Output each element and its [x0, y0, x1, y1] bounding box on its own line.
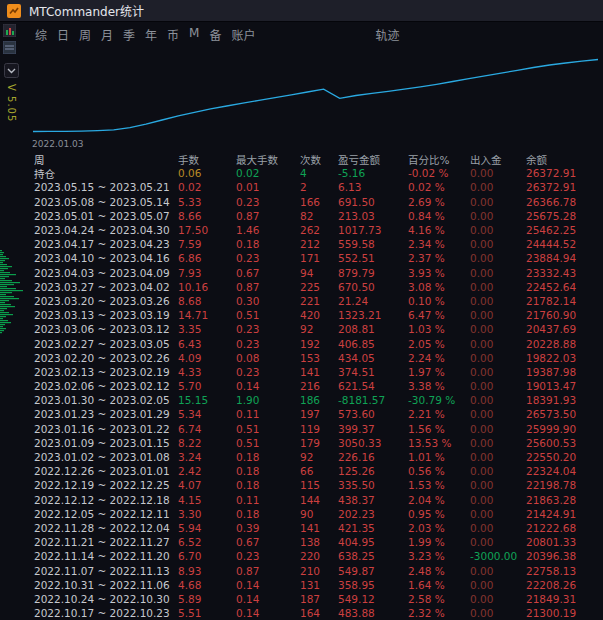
table-row[interactable]: 持仓0.060.024-5.16-0.02 %0.0026372.91: [34, 166, 603, 180]
table-row[interactable]: 2022.10.31 ~ 2022.11.064.680.14131358.95…: [34, 578, 603, 592]
table-row[interactable]: 2023.04.17 ~ 2023.04.237.590.18212559.58…: [34, 237, 603, 251]
table-row[interactable]: 2023.01.23 ~ 2023.01.295.340.11197573.60…: [34, 407, 603, 421]
cell-lots: 5.34: [178, 408, 236, 420]
cell-max-lots: 0.18: [236, 508, 300, 520]
cell-max-lots: 0.23: [236, 323, 300, 335]
table-row[interactable]: 2022.12.19 ~ 2022.12.254.070.18115335.50…: [34, 478, 603, 492]
table-row[interactable]: 2023.01.30 ~ 2023.02.0515.151.90186-8181…: [34, 393, 603, 407]
cell-period: 2022.11.14 ~ 2022.11.20: [34, 550, 178, 562]
cell-lots: 8.66: [178, 210, 236, 222]
table-row[interactable]: 2022.10.24 ~ 2022.10.305.890.14187549.12…: [34, 592, 603, 606]
menu-item-日[interactable]: 日: [52, 26, 74, 43]
table-row[interactable]: 2022.12.26 ~ 2023.01.012.420.1866125.260…: [34, 464, 603, 478]
table-row[interactable]: 2022.10.17 ~ 2022.10.235.510.14164483.88…: [34, 606, 603, 619]
cell-max-lots: 0.14: [236, 579, 300, 591]
table-row[interactable]: 2023.02.13 ~ 2023.02.194.330.23141374.51…: [34, 365, 603, 379]
cell-pnl: 3050.33: [338, 437, 408, 449]
column-header-lots[interactable]: 手数: [178, 152, 236, 167]
column-header-period[interactable]: 周: [34, 152, 178, 167]
cell-balance: 25675.28: [526, 210, 603, 222]
table-row[interactable]: 2023.04.03 ~ 2023.04.097.930.6794879.793…: [34, 266, 603, 280]
cell-count: 221: [300, 295, 338, 307]
menu-item-周[interactable]: 周: [74, 26, 96, 43]
cell-period: 2022.10.24 ~ 2022.10.30: [34, 593, 178, 605]
cell-pnl: 358.95: [338, 579, 408, 591]
table-row[interactable]: 2023.03.27 ~ 2023.04.0210.160.87225670.5…: [34, 280, 603, 294]
cell-lots: 0.06: [178, 167, 236, 179]
cell-period: 2023.01.30 ~ 2023.02.05: [34, 394, 178, 406]
cell-count: 216: [300, 380, 338, 392]
cell-lots: 0.02: [178, 181, 236, 193]
panel-grid-icon[interactable]: [3, 41, 16, 54]
cell-percent: 2.34 %: [408, 238, 470, 250]
mini-chart-icon[interactable]: [3, 24, 16, 37]
cell-balance: 23884.94: [526, 252, 603, 264]
menu-item-季[interactable]: 季: [118, 26, 140, 43]
volume-histogram: [0, 250, 26, 336]
table-row[interactable]: 2023.04.24 ~ 2023.04.3017.501.462621017.…: [34, 223, 603, 237]
cell-pnl: 406.85: [338, 338, 408, 350]
menu-item-综[interactable]: 综: [30, 26, 52, 43]
cell-max-lots: 0.23: [236, 338, 300, 350]
table-row[interactable]: 2023.03.06 ~ 2023.03.123.350.2392208.811…: [34, 322, 603, 336]
table-row[interactable]: 2023.02.20 ~ 2023.02.264.090.08153434.05…: [34, 351, 603, 365]
cell-cashflow: 0.00: [470, 579, 526, 591]
table-row[interactable]: 2023.02.27 ~ 2023.03.056.430.23192406.85…: [34, 336, 603, 350]
table-row[interactable]: 2023.01.02 ~ 2023.01.083.240.1892226.161…: [34, 450, 603, 464]
table-row[interactable]: 2023.03.13 ~ 2023.03.1914.710.514201323.…: [34, 308, 603, 322]
table-row[interactable]: 2023.01.16 ~ 2023.01.226.740.51119399.37…: [34, 422, 603, 436]
cell-max-lots: 0.23: [236, 550, 300, 562]
table-row[interactable]: 2022.12.12 ~ 2022.12.184.150.11144438.37…: [34, 493, 603, 507]
cell-lots: 5.33: [178, 196, 236, 208]
cell-count: 144: [300, 494, 338, 506]
table-row[interactable]: 2022.11.28 ~ 2022.12.045.940.39141421.35…: [34, 521, 603, 535]
table-row[interactable]: 2022.11.21 ~ 2022.11.276.520.67138404.95…: [34, 535, 603, 549]
menu-item-月[interactable]: 月: [96, 26, 118, 43]
cell-balance: 19387.98: [526, 366, 603, 378]
menu-item-备[interactable]: 备: [204, 26, 226, 43]
cell-balance: 24444.52: [526, 238, 603, 250]
column-header-count[interactable]: 次数: [300, 152, 338, 167]
cell-count: 166: [300, 196, 338, 208]
stats-table: 周 手数最大手数次数盈亏金额百分比%出入金余额 持仓0.060.024-5.16…: [28, 152, 603, 619]
table-row[interactable]: 2023.05.15 ~ 2023.05.210.020.0126.130.02…: [34, 180, 603, 194]
table-row[interactable]: 2023.05.08 ~ 2023.05.145.330.23166691.50…: [34, 195, 603, 209]
menu-item-币[interactable]: 币: [162, 26, 184, 43]
column-header-max-lots[interactable]: 最大手数: [236, 152, 300, 167]
table-row[interactable]: 2023.03.20 ~ 2023.03.268.680.3022121.240…: [34, 294, 603, 308]
cell-count: 141: [300, 522, 338, 534]
cell-balance: 25999.90: [526, 423, 603, 435]
cell-cashflow: 0.00: [470, 479, 526, 491]
cell-cashflow: 0.00: [470, 394, 526, 406]
menu-item-年[interactable]: 年: [140, 26, 162, 43]
cell-percent: 2.05 %: [408, 338, 470, 350]
cell-period: 2023.01.09 ~ 2023.01.15: [34, 437, 178, 449]
menu-item-track[interactable]: 轨迹: [371, 26, 405, 43]
cell-period: 2023.01.02 ~ 2023.01.08: [34, 451, 178, 463]
cell-lots: 8.68: [178, 295, 236, 307]
table-row[interactable]: 2023.02.06 ~ 2023.02.125.700.14216621.54…: [34, 379, 603, 393]
cell-percent: 2.58 %: [408, 593, 470, 605]
chevron-down-icon[interactable]: [4, 63, 19, 78]
column-header-percent[interactable]: 百分比%: [408, 152, 470, 167]
column-header-cashflow[interactable]: 出入金: [470, 152, 526, 167]
table-row[interactable]: 2023.01.09 ~ 2023.01.158.220.511793050.3…: [34, 436, 603, 450]
cell-balance: 22324.04: [526, 465, 603, 477]
table-row[interactable]: 2023.04.10 ~ 2023.04.166.860.23171552.51…: [34, 251, 603, 265]
cell-period: 2022.10.31 ~ 2022.11.06: [34, 579, 178, 591]
table-row[interactable]: 2023.05.01 ~ 2023.05.078.660.8782213.030…: [34, 209, 603, 223]
cell-percent: 2.48 %: [408, 565, 470, 577]
column-header-balance[interactable]: 余额: [526, 152, 603, 167]
table-row[interactable]: 2022.12.05 ~ 2022.12.113.300.1890202.230…: [34, 507, 603, 521]
cell-lots: 7.59: [178, 238, 236, 250]
version-label: V 5.05: [6, 84, 17, 122]
table-row[interactable]: 2022.11.14 ~ 2022.11.206.700.23220638.25…: [34, 549, 603, 563]
column-header-pnl[interactable]: 盈亏金额: [338, 152, 408, 167]
menu-item-账户[interactable]: 账户: [226, 26, 260, 43]
cell-percent: 3.23 %: [408, 550, 470, 562]
cell-lots: 5.89: [178, 593, 236, 605]
cell-balance: 20801.33: [526, 536, 603, 548]
table-row[interactable]: 2022.11.07 ~ 2022.11.138.930.87210549.87…: [34, 563, 603, 577]
cell-pnl: 1017.73: [338, 224, 408, 236]
menu-item-M[interactable]: M: [184, 26, 204, 43]
